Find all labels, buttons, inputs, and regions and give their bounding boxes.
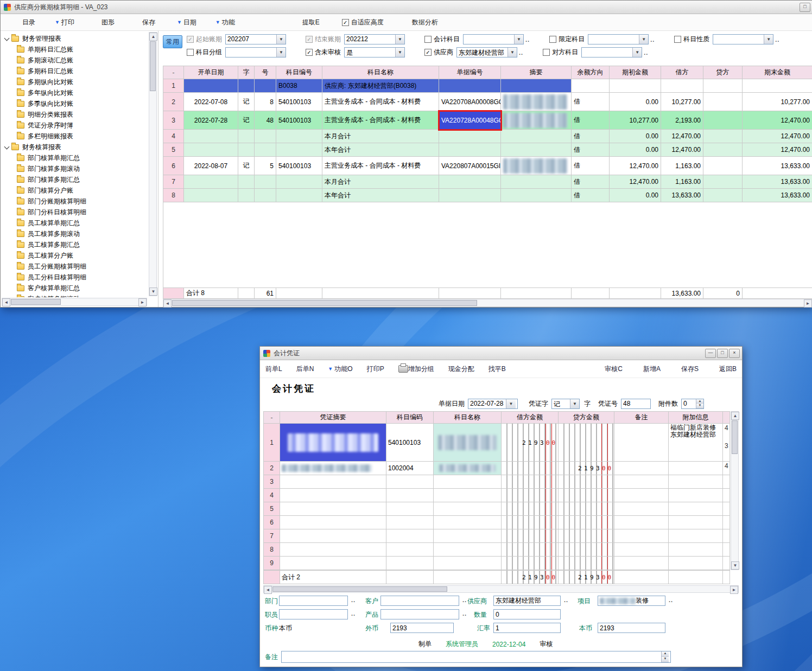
filter-start-period-checkbox[interactable]: ✓	[187, 36, 194, 43]
scroll-left-icon[interactable]: ◄	[264, 586, 272, 594]
tree-item[interactable]: 员工核算多期汇总	[4, 239, 147, 250]
scroll-right-icon[interactable]: ►	[804, 299, 812, 308]
grid-column-header[interactable]: 借方	[661, 66, 703, 79]
grid-row-7[interactable]: 7本月合计借12,470.001,163.0013,633.00	[163, 175, 812, 189]
calendar-dropdown-icon[interactable]: ▼	[506, 399, 516, 408]
maximize-button[interactable]: □	[717, 349, 728, 358]
voucher-titlebar[interactable]: 会计凭证 — □ ×	[260, 347, 742, 360]
minimize-button[interactable]: —	[705, 349, 716, 358]
scrollbar-thumb[interactable]	[272, 586, 447, 592]
menu-item-date[interactable]: ▼日期	[177, 18, 196, 27]
toolbar-new[interactable]: 新增A	[643, 365, 661, 374]
staff-browse-dots[interactable]: ..	[351, 610, 356, 617]
combo-arrow-icon[interactable]: ▼	[639, 35, 648, 44]
filter-tab-common[interactable]: 常用	[163, 35, 182, 48]
quantity-input[interactable]: 0	[493, 609, 561, 619]
voucher-row-8[interactable]: 8	[264, 543, 730, 557]
tree-item[interactable]: 员工核算多期滚动	[4, 228, 147, 239]
voucher-column-header[interactable]: 借方金额	[502, 412, 559, 424]
combo-arrow-icon[interactable]: ▼	[514, 35, 523, 44]
tree-item[interactable]: 客户核算单期汇总	[4, 283, 147, 293]
combo-arrow-icon[interactable]: ▼	[570, 399, 579, 408]
voucher-row-6[interactable]: 6	[264, 516, 730, 529]
browse-dots[interactable]: ..	[650, 36, 655, 43]
filter-end-period-checkbox[interactable]: ✓	[306, 36, 313, 43]
toolbar-next[interactable]: 后单N	[296, 365, 314, 374]
tree-item[interactable]: 多期滚动汇总账	[4, 55, 147, 66]
staff-input[interactable]	[279, 609, 348, 619]
tree-item[interactable]: 部门核算分户账	[4, 185, 147, 196]
tree-item[interactable]: 员工核算单期汇总	[4, 218, 147, 228]
scroll-up-icon[interactable]: ▲	[731, 412, 739, 420]
tree-vertical-scrollbar[interactable]: ▲ ▼	[149, 32, 157, 296]
menu-item-graph[interactable]: 图形	[101, 18, 115, 27]
filter-limit-subject-combo[interactable]: ▼	[588, 34, 649, 44]
voucher-column-header[interactable]: -	[264, 412, 280, 424]
toolbar-function[interactable]: ▼功能O	[328, 365, 352, 374]
filter-include-unaudited-combo[interactable]: 是▼	[344, 47, 405, 57]
filter-subject-group-checkbox[interactable]	[187, 49, 194, 56]
grid-column-header[interactable]: 开单日期	[184, 66, 238, 79]
product-input[interactable]	[380, 609, 459, 619]
grid-row-5[interactable]: 5本年合计借0.0012,470.0012,470.00	[163, 143, 812, 157]
project-input[interactable]: 装修	[598, 596, 665, 606]
filter-start-period-combo[interactable]: 202207▼	[225, 34, 286, 44]
menu-item-print[interactable]: ▼打印	[55, 18, 74, 27]
grid-row-4[interactable]: 4本月合计借0.0012,470.0012,470.00	[163, 130, 812, 143]
voucher-word-combo[interactable]: 记 ▼	[551, 399, 580, 409]
tree-item[interactable]: 部门核算单期汇总	[4, 152, 147, 163]
scrollbar-track[interactable]	[448, 586, 730, 592]
grid-row-2[interactable]: 22022-07-08记8540100103主营业务成本 - 合同成本 - 材料…	[163, 93, 812, 111]
scroll-down-icon[interactable]: ▼	[731, 561, 739, 570]
grid-column-header[interactable]: -	[163, 66, 184, 79]
tree-item[interactable]: 部门分账期核算明细	[4, 196, 147, 207]
toolbar-return[interactable]: 返回B	[719, 365, 737, 374]
tree-item[interactable]: 员工分账期核算明细	[4, 261, 147, 272]
grid-column-header[interactable]: 期末金额	[743, 66, 812, 79]
combo-arrow-icon[interactable]: ▼	[764, 35, 773, 44]
filter-supplier-combo[interactable]: 东郊建材经营部▼	[456, 47, 517, 57]
grid-column-header[interactable]: 字	[238, 66, 255, 79]
toolbar-add-group[interactable]: 增加分组	[408, 365, 434, 374]
filter-supplier-checkbox[interactable]: ✓	[424, 49, 432, 56]
supplier-input[interactable]: 东郊建材经营部	[493, 596, 561, 606]
tree-group-2[interactable]: 财务核算报表	[4, 142, 147, 152]
product-browse-dots[interactable]: ..	[462, 610, 467, 617]
exchange-rate-input[interactable]: 1	[493, 623, 561, 633]
tree-item[interactable]: 部门核算多期汇总	[4, 174, 147, 185]
scrollbar-track[interactable]	[478, 299, 804, 306]
scrollbar-thumb[interactable]	[150, 41, 156, 91]
voucher-row-4[interactable]: 4	[264, 489, 730, 502]
tree-item[interactable]: 部门分科目核算明细	[4, 207, 147, 218]
grid-column-header[interactable]: 余额方向	[572, 66, 610, 79]
voucher-row-3[interactable]: 3	[264, 475, 730, 489]
supplier-browse-dots[interactable]: ..	[564, 597, 568, 603]
tree-item[interactable]: 部门核算多期滚动	[4, 163, 147, 174]
grid-column-header[interactable]: 科目编号	[276, 66, 322, 79]
menu-item-adaptive-height[interactable]: ✓自适应高度	[342, 18, 384, 27]
voucher-column-header[interactable]: 科目名称	[434, 412, 502, 424]
scroll-up-icon[interactable]: ▲	[149, 33, 157, 41]
scrollbar-thumb[interactable]	[172, 300, 477, 306]
menu-item-extract[interactable]: 提取E	[302, 18, 320, 27]
attachment-spinner[interactable]: ▲▼	[696, 399, 703, 408]
tree-item[interactable]: 多期科目汇总账	[4, 66, 147, 76]
grid-row-6[interactable]: 62022-08-07记5540100103主营业务成本 - 合同成本 - 材料…	[163, 157, 812, 175]
voucher-row-5[interactable]: 5	[264, 502, 730, 516]
grid-column-header[interactable]: 贷方	[703, 66, 743, 79]
scroll-left-icon[interactable]: ◄	[163, 299, 172, 308]
attachment-input[interactable]: 0 ▲▼	[681, 399, 704, 409]
combo-arrow-icon[interactable]: ▼	[507, 48, 517, 57]
tree-group-1[interactable]: 财务管理报表	[4, 33, 147, 44]
tree-item[interactable]: 员工核算分户账	[4, 250, 147, 261]
browse-dots[interactable]: ..	[525, 36, 530, 43]
voucher-vertical-scrollbar[interactable]: ▲ ▼	[731, 411, 739, 570]
voucher-row-7[interactable]: 7	[264, 529, 730, 543]
dept-input[interactable]	[279, 596, 348, 606]
grid-horizontal-scrollbar[interactable]: ◄ ►	[163, 299, 812, 307]
tree-item[interactable]: 多年纵向比对账	[4, 87, 147, 98]
doc-date-input[interactable]: 2022-07-28 ▼	[468, 399, 518, 409]
report-titlebar[interactable]: 供应商分账期核算明细 - VA_023 □	[1, 1, 812, 14]
tree-item[interactable]: 多季纵向比对账	[4, 98, 147, 109]
combo-arrow-icon[interactable]: ▼	[395, 48, 404, 57]
